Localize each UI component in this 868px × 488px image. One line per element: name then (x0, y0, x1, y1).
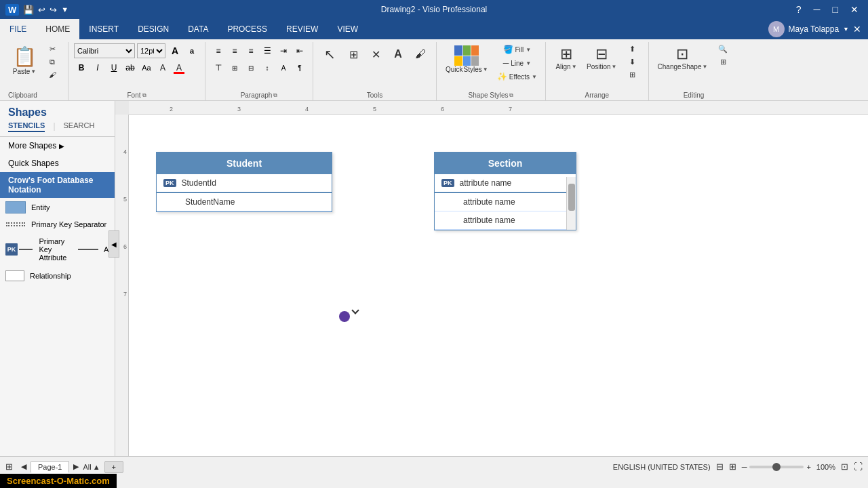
customize-icon[interactable]: ▼ (61, 5, 68, 14)
section-table-attr1-row[interactable]: PK attribute name (435, 174, 576, 193)
student-table[interactable]: Student PK StudentId StudentName (156, 152, 332, 212)
drawing-canvas[interactable]: Student PK StudentId StudentName Section… (129, 115, 868, 456)
section-table-attr2-row[interactable]: attribute name (435, 193, 576, 211)
menu-data[interactable]: DATA (178, 19, 218, 39)
valign-bottom-button[interactable]: ⊟ (243, 60, 258, 75)
font-size-select[interactable]: 12pt. (137, 43, 165, 58)
menu-view[interactable]: VIEW (328, 19, 368, 39)
paste-button[interactable]: 📋 Paste ▼ (8, 43, 41, 77)
send-backward-button[interactable]: ⬇ (623, 56, 643, 68)
font-expand[interactable]: ⧉ (142, 92, 146, 99)
editing-more-button[interactable]: ⊞ (713, 56, 733, 68)
prev-page-btn[interactable]: ◀ (21, 462, 26, 471)
font-case-button[interactable]: Aa (139, 60, 154, 75)
menu-review[interactable]: REVIEW (277, 19, 328, 39)
valign-middle-button[interactable]: ⊞ (227, 60, 242, 75)
menu-insert[interactable]: INSERT (79, 19, 128, 39)
text-format-button[interactable]: A (276, 60, 291, 75)
bold-button[interactable]: B (74, 60, 89, 75)
line-spacing-button[interactable]: ↕ (260, 60, 275, 75)
close-btn[interactable]: ✕ (846, 3, 863, 16)
section-table-attr3-row[interactable]: attribute name (435, 211, 576, 230)
quick-save-icon[interactable]: 💾 (23, 5, 34, 15)
line-button[interactable]: ─ Line ▼ (494, 57, 540, 69)
font-name-select[interactable]: Calibri (74, 43, 135, 58)
grow-font-button[interactable]: A (167, 43, 182, 58)
font-color-button[interactable]: A (172, 60, 186, 75)
underline-button[interactable]: U (106, 60, 121, 75)
valign-top-button[interactable]: ⊤ (211, 60, 226, 75)
copy-button[interactable]: ⧉ (42, 56, 62, 68)
cut-button[interactable]: ✂ (42, 43, 62, 55)
section-table[interactable]: Section PK attribute name attribute name… (434, 152, 576, 230)
fullscreen-btn[interactable]: ⛶ (854, 462, 863, 472)
find-replace-button[interactable]: 🔍 (713, 43, 733, 55)
italic-button[interactable]: I (90, 60, 105, 75)
tab-search[interactable]: SEARCH (64, 121, 95, 132)
user-name[interactable]: Maya Tolappa (789, 24, 840, 34)
panel-collapse-button[interactable]: ◀ (108, 230, 119, 258)
minimize-btn[interactable]: ─ (810, 3, 825, 16)
menu-home[interactable]: HOME (36, 19, 79, 39)
add-page-btn[interactable]: + (104, 461, 123, 473)
fit-page-icon[interactable]: ⊞ (5, 462, 13, 472)
paragraph-expand[interactable]: ⧉ (273, 92, 277, 99)
page-1-tab[interactable]: Page-1 (31, 461, 69, 473)
shape-item-pk-separator[interactable]: Primary Key Separator (0, 217, 115, 232)
delete-tool-button[interactable]: ✕ (366, 45, 386, 64)
align-left-button[interactable]: ≡ (211, 43, 226, 58)
align-right-button[interactable]: ≡ (243, 43, 258, 58)
list-button[interactable]: ☰ (260, 43, 275, 58)
redo-icon[interactable]: ↪ (50, 5, 57, 15)
zoom-level[interactable]: 100% (816, 463, 835, 471)
user-dropdown[interactable]: ▼ (843, 26, 849, 33)
shape-item-pk-attr[interactable]: PK Primary KeyAttribute (5, 235, 73, 264)
shape-item-entity[interactable]: Entity (0, 198, 115, 217)
more-shapes-menu[interactable]: More Shapes ▶ (0, 137, 115, 155)
fit-window-btn[interactable]: ⊡ (841, 462, 848, 472)
quick-styles-button[interactable]: Quick Styles ▼ (442, 43, 492, 75)
undo-icon[interactable]: ↩ (38, 5, 45, 15)
paragraph-format-button[interactable]: ¶ (292, 60, 307, 75)
quick-shapes-menu[interactable]: Quick Shapes (0, 155, 115, 172)
arrange-more-button[interactable]: ⊞ (623, 69, 643, 81)
status-icon1[interactable]: ⊟ (716, 462, 724, 472)
maximize-btn[interactable]: □ (829, 3, 842, 16)
effects-button[interactable]: ✨ Effects ▼ (494, 70, 540, 83)
next-page-btn[interactable]: ▶ (73, 462, 79, 471)
zoom-in-btn[interactable]: + (806, 463, 810, 471)
shape-item-relationship[interactable]: Relationship (0, 267, 115, 285)
align-center-button[interactable]: ≡ (227, 43, 242, 58)
section-scrollbar[interactable] (566, 177, 576, 230)
zoom-bar[interactable] (749, 466, 804, 468)
all-pages-btn[interactable]: All ▲ (83, 463, 100, 471)
format-painter2-button[interactable]: 🖌 (410, 45, 431, 63)
status-icon2[interactable]: ⊞ (729, 462, 736, 472)
zoom-out-btn[interactable]: ─ (742, 463, 747, 471)
shrink-font-button[interactable]: a (184, 43, 199, 58)
tab-stencils[interactable]: STENCILS (8, 121, 45, 132)
align-button[interactable]: ⊞ Align ▼ (551, 43, 581, 73)
text-tool-button[interactable]: A (388, 45, 408, 63)
menu-process[interactable]: PROCESS (218, 19, 277, 39)
format-painter-button[interactable]: 🖌 (42, 69, 62, 80)
indent-button[interactable]: ⇥ (276, 43, 291, 58)
fill-button[interactable]: 🪣 Fill ▼ (494, 43, 540, 56)
outdent-button[interactable]: ⇤ (292, 43, 307, 58)
change-shape-button[interactable]: ⊡ Change Shape ▼ (654, 43, 711, 73)
zoom-slider[interactable]: ─ + (742, 463, 811, 471)
student-table-name-row[interactable]: StudentName (157, 193, 332, 211)
shape-styles-expand[interactable]: ⧉ (509, 92, 513, 99)
bring-forward-button[interactable]: ⬆ (623, 43, 643, 55)
student-table-pk-row[interactable]: PK StudentId (157, 174, 332, 193)
section-header[interactable]: Crow's Foot Database Notation (0, 172, 115, 198)
close-user-panel[interactable]: ✕ (853, 24, 861, 35)
menu-design[interactable]: DESIGN (128, 19, 178, 39)
help-btn[interactable]: ? (792, 3, 806, 16)
position-button[interactable]: ⊟ Position ▼ (583, 43, 620, 73)
font-size-increase-button[interactable]: A (155, 60, 170, 75)
strikethrough-button[interactable]: ab (123, 60, 138, 75)
canvas-area[interactable]: 2 3 4 5 6 7 4 5 6 7 Student PK StudentId (115, 101, 868, 456)
connector-tool-button[interactable]: ⊞ (343, 45, 363, 64)
menu-file[interactable]: FILE (0, 19, 36, 39)
